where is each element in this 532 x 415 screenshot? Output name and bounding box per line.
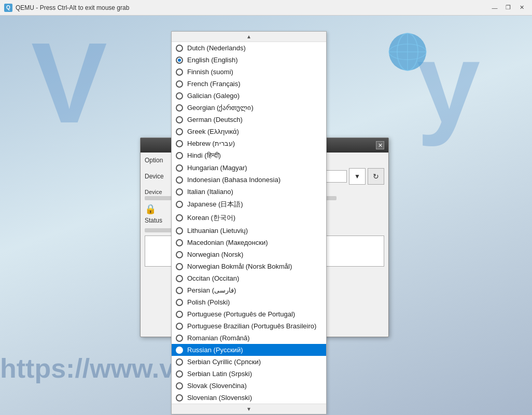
list-item[interactable]: French (Français)	[172, 78, 326, 90]
dropdown-items: Dutch (Nederlands)English (English)Finni…	[172, 42, 326, 404]
list-item-label: Hebrew (עברית)	[187, 140, 235, 147]
close-button[interactable]: ✕	[515, 3, 528, 13]
list-item-label: French (Français)	[187, 80, 241, 88]
app-icon: Q	[4, 4, 12, 12]
list-item-label: Portuguese (Português de Portugal)	[187, 310, 295, 318]
list-item-label: Slovak (Slovenčina)	[187, 382, 247, 390]
list-item-label: Polish (Polski)	[187, 298, 230, 306]
list-item-label: English (English)	[187, 56, 238, 64]
list-item[interactable]: Japanese (日本語)	[172, 198, 326, 211]
list-item-label: Norwegian Bokmål (Norsk Bokmål)	[187, 262, 292, 270]
main-area: V y https://www.v ✕ Option Device ▼ ↻	[0, 16, 532, 415]
list-item-label: Portuguese Brazilian (Português Brasilei…	[187, 322, 316, 330]
list-item[interactable]: Serbian Cyrillic (Српски)	[172, 356, 326, 368]
list-item[interactable]: Norwegian Bokmål (Norsk Bokmål)	[172, 260, 326, 272]
list-item-label: Italian (Italiano)	[187, 188, 233, 196]
list-item-label: Serbian Latin (Srpski)	[187, 370, 252, 378]
list-item[interactable]: Italian (Italiano)	[172, 186, 326, 198]
list-item[interactable]: Hebrew (עברית)	[172, 137, 326, 149]
list-item[interactable]: Indonesian (Bahasa Indonesia)	[172, 174, 326, 186]
list-item[interactable]: Greek (Ελληνικά)	[172, 126, 326, 137]
list-item-label: Hindi (हिन्दी)	[187, 151, 221, 160]
list-item[interactable]: Portuguese (Português de Portugal)	[172, 308, 326, 320]
list-item-label: Slovenian (Slovenski)	[187, 394, 252, 402]
list-item[interactable]: Hindi (हिन्दी)	[172, 149, 326, 162]
list-item[interactable]: Hungarian (Magyar)	[172, 162, 326, 174]
list-item[interactable]: Galician (Galego)	[172, 90, 326, 102]
list-item[interactable]: Norwegian (Norsk)	[172, 248, 326, 260]
list-item[interactable]: German (Deutsch)	[172, 114, 326, 126]
background-dialog-close[interactable]: ✕	[376, 141, 384, 149]
list-item[interactable]: Occitan (Occitan)	[172, 272, 326, 284]
list-item-label: Occitan (Occitan)	[187, 274, 239, 282]
list-item-label: Georgian (ქართული)	[187, 104, 254, 112]
list-item[interactable]: Dutch (Nederlands)	[172, 42, 326, 54]
list-item[interactable]: Russian (Русский)	[172, 344, 326, 356]
list-item[interactable]: Slovak (Slovenčina)	[172, 380, 326, 392]
language-dropdown: ▲ Dutch (Nederlands)English (English)Fin…	[171, 31, 327, 414]
list-item-label: Finnish (suomi)	[187, 68, 233, 76]
window-controls: — ❐ ✕	[488, 3, 528, 13]
minimize-button[interactable]: —	[488, 3, 501, 13]
list-item[interactable]: Georgian (ქართული)	[172, 102, 326, 114]
list-item-label: Romanian (Română)	[187, 334, 250, 342]
list-item-label: Japanese (日本語)	[187, 200, 243, 209]
list-item-label: Persian (فارسی)	[187, 286, 236, 294]
list-item-label: Russian (Русский)	[187, 346, 243, 354]
list-item[interactable]: English (English)	[172, 54, 326, 66]
language-list: ▲ Dutch (Nederlands)English (English)Fin…	[171, 31, 327, 414]
list-item-label: Galician (Galego)	[187, 92, 240, 100]
list-item-label: Norwegian (Norsk)	[187, 251, 243, 258]
list-item[interactable]: Portuguese Brazilian (Português Brasilei…	[172, 320, 326, 332]
list-item[interactable]: Lithuanian (Lietuvių)	[172, 225, 326, 237]
list-item[interactable]: Finnish (suomi)	[172, 66, 326, 78]
list-item[interactable]: Serbian Latin (Srpski)	[172, 368, 326, 380]
list-item[interactable]: Macedonian (Македонски)	[172, 237, 326, 248]
scroll-up-button[interactable]: ▲	[172, 32, 326, 42]
option-label: Option	[145, 157, 163, 164]
dropdown-arrow[interactable]: ▼	[349, 168, 366, 185]
list-item-label: Dutch (Nederlands)	[187, 44, 246, 52]
refresh-button[interactable]: ↻	[368, 168, 384, 185]
list-item[interactable]: Slovenian (Slovenski)	[172, 392, 326, 404]
list-item-label: Lithuanian (Lietuvių)	[187, 227, 248, 234]
bg-url: https://www.v	[0, 353, 174, 384]
list-item-label: Serbian Cyrillic (Српски)	[187, 358, 261, 366]
titlebar: Q QEMU - Press Ctrl-Alt to exit mouse gr…	[0, 0, 532, 16]
list-item-label: Hungarian (Magyar)	[187, 164, 247, 172]
list-item-label: Macedonian (Македонски)	[187, 239, 268, 246]
list-item-label: Greek (Ελληνικά)	[187, 128, 239, 135]
list-item[interactable]: Romanian (Română)	[172, 332, 326, 344]
scroll-down-button[interactable]: ▼	[172, 404, 326, 414]
bg-globe	[387, 31, 428, 73]
list-item-label: German (Deutsch)	[187, 116, 243, 123]
list-item-label: Indonesian (Bahasa Indonesia)	[187, 176, 281, 184]
list-item[interactable]: Korean (한국어)	[172, 211, 326, 225]
list-item[interactable]: Polish (Polski)	[172, 296, 326, 308]
list-item-label: Korean (한국어)	[187, 213, 235, 223]
maximize-button[interactable]: ❐	[502, 3, 514, 13]
window-title: QEMU - Press Ctrl-Alt to exit mouse grab	[16, 4, 488, 11]
bg-logo-v: V	[31, 26, 107, 140]
list-item[interactable]: Persian (فارسی)	[172, 284, 326, 296]
